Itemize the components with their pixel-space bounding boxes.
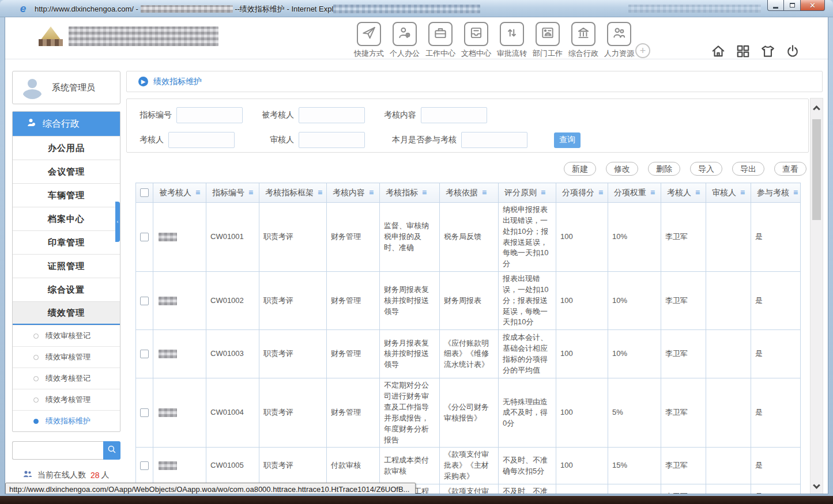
content-scrollbar[interactable] [810, 98, 823, 494]
sidebar-search-input[interactable] [12, 441, 103, 460]
col-header[interactable]: 分项权重≡ [608, 183, 661, 203]
col-header[interactable]: 参与考核≡ [751, 183, 801, 203]
action-button[interactable]: 导入 [690, 162, 722, 176]
cell-basis: 《应付账款明细表》《维修流水统计表》 [440, 330, 499, 378]
sidebar-subitem[interactable]: 绩效审核登记 [13, 325, 120, 346]
row-checkbox[interactable] [140, 461, 149, 470]
scrollbar-thumb[interactable] [812, 119, 821, 220]
paper-plane-icon [361, 25, 376, 43]
column-menu-icon[interactable]: ≡ [318, 188, 322, 197]
action-button[interactable]: 删除 [648, 162, 680, 176]
add-menu-button[interactable]: + [635, 43, 650, 58]
shirt-icon[interactable] [760, 44, 775, 61]
menu-item-work-center[interactable]: 工作中心 [427, 22, 454, 59]
col-header[interactable]: 考核指标框架≡ [259, 183, 327, 203]
data-table-wrap: 被考核人≡ 指标编号≡ 考核指标框架≡ 考核内容≡ 考核指标≡ 考核依据≡ 评分… [135, 183, 801, 494]
cell-reviewer [706, 330, 751, 378]
menu-item-approval-flow[interactable]: 审批流转 [499, 22, 525, 59]
column-menu-icon[interactable]: ≡ [248, 188, 253, 197]
status-url-tooltip: http://www.dlxinchengoa.com/OAapp/WebObj… [5, 483, 416, 494]
sidebar-item[interactable]: 绩效管理 [13, 301, 120, 325]
menu-item-department-work[interactable]: 部门工作 [534, 22, 561, 59]
cell-framework: 职责考评 [259, 378, 327, 448]
cell-score: 100 [556, 330, 608, 378]
col-header[interactable]: 考核依据≡ [440, 183, 499, 203]
column-menu-icon[interactable]: ≡ [695, 188, 700, 197]
row-checkbox[interactable] [140, 297, 149, 305]
sidebar-item[interactable]: 车辆管理 [13, 183, 120, 207]
column-menu-icon[interactable]: ≡ [650, 188, 655, 197]
sidebar-item[interactable]: 印章管理 [13, 230, 120, 254]
select-all-checkbox[interactable] [140, 188, 149, 197]
grid-apps-icon[interactable] [736, 44, 751, 61]
sidebar-search-button[interactable] [103, 441, 120, 460]
cell-assessee [153, 378, 206, 448]
column-menu-icon[interactable]: ≡ [482, 188, 487, 197]
reviewer-input[interactable] [299, 132, 365, 148]
row-checkbox[interactable] [140, 350, 149, 358]
table-row: CW01005 职责考评 付款审核 工程成本类付款审核 《款项支付审批表》《主材… [136, 448, 801, 484]
app-header: 快捷方式 个人办公 工作中心 文档中心 审批流转 部门工作 [5, 17, 828, 59]
assessee-input[interactable] [299, 107, 365, 123]
column-menu-icon[interactable]: ≡ [422, 188, 427, 197]
sidebar-item[interactable]: 办公用品 [13, 136, 120, 160]
column-menu-icon[interactable]: ≡ [598, 188, 603, 197]
participate-input[interactable] [461, 132, 527, 148]
col-header[interactable]: 评分原则≡ [499, 183, 556, 203]
field-label: 考核人 [140, 135, 164, 145]
menu-item-human-resources[interactable]: 人力资源 [606, 22, 632, 59]
cell-participate: 是 [751, 484, 801, 494]
scroll-up-icon[interactable] [813, 105, 820, 113]
sidebar-subitem[interactable]: 绩效指标维护 [13, 410, 120, 431]
maximize-button[interactable] [784, 0, 801, 11]
sidebar-item[interactable]: 证照管理 [13, 254, 120, 278]
assessor-input[interactable] [168, 132, 235, 148]
col-header[interactable]: 考核人≡ [661, 183, 706, 203]
menu-item-document-center[interactable]: 文档中心 [463, 22, 489, 59]
sidebar-subitem[interactable]: 绩效审核管理 [13, 346, 120, 367]
field-label: 审核人 [270, 135, 294, 145]
column-menu-icon[interactable]: ≡ [369, 188, 374, 197]
action-button[interactable]: 新建 [564, 162, 596, 176]
action-button[interactable]: 查看 [774, 162, 806, 176]
action-button[interactable]: 导出 [732, 162, 764, 176]
action-button[interactable]: 修改 [606, 162, 638, 176]
minimize-button[interactable] [767, 0, 784, 11]
col-header[interactable]: 指标编号≡ [206, 183, 259, 203]
column-menu-icon[interactable]: ≡ [793, 188, 798, 197]
sidebar-subitem[interactable]: 绩效考核管理 [13, 389, 120, 410]
col-header[interactable]: 被考核人≡ [153, 183, 206, 203]
menu-item-personal-office[interactable]: 个人办公 [391, 22, 418, 59]
sidebar-collapse-handle[interactable]: ‹ [115, 202, 120, 242]
sidebar-section-header[interactable]: 综合行政 [13, 112, 120, 136]
cell-principle: 不及时、不准确每次扣5分 [499, 448, 556, 484]
content-input[interactable] [421, 107, 487, 123]
row-checkbox[interactable] [140, 408, 149, 417]
col-header[interactable]: 考核内容≡ [327, 183, 380, 203]
col-header[interactable]: 审核人≡ [706, 183, 751, 203]
sidebar-item[interactable]: 会议管理 [13, 160, 120, 183]
sidebar-item[interactable]: 档案中心 [13, 207, 120, 230]
censored-name [159, 297, 177, 305]
field-label: 指标编号 [140, 110, 172, 120]
search-panel: 指标编号 被考核人 考核内容 考核人 审核人 本月是否参与考核 查询 [126, 98, 809, 153]
row-checkbox[interactable] [140, 233, 149, 241]
col-header[interactable]: 考核指标≡ [380, 183, 440, 203]
censored-title-extra2 [628, 5, 761, 13]
sidebar-item[interactable]: 综合设置 [13, 278, 120, 301]
power-icon[interactable] [785, 44, 800, 61]
column-menu-icon[interactable]: ≡ [541, 188, 545, 197]
col-header[interactable]: 分项得分≡ [556, 183, 608, 203]
close-button[interactable]: ✕ [801, 0, 825, 11]
scroll-down-icon[interactable] [813, 482, 820, 489]
cell-framework: 职责考评 [259, 448, 327, 484]
query-button[interactable]: 查询 [554, 132, 581, 148]
indicator-code-input[interactable] [176, 107, 243, 123]
menu-item-general-admin[interactable]: 综合行政 [570, 22, 597, 59]
column-menu-icon[interactable]: ≡ [740, 188, 745, 197]
menu-item-shortcut[interactable]: 快捷方式 [356, 22, 382, 59]
sidebar-subitem[interactable]: 绩效考核登记 [13, 367, 120, 389]
cell-weight: 15% [608, 448, 661, 484]
home-icon[interactable] [711, 44, 726, 61]
column-menu-icon[interactable]: ≡ [195, 188, 200, 197]
